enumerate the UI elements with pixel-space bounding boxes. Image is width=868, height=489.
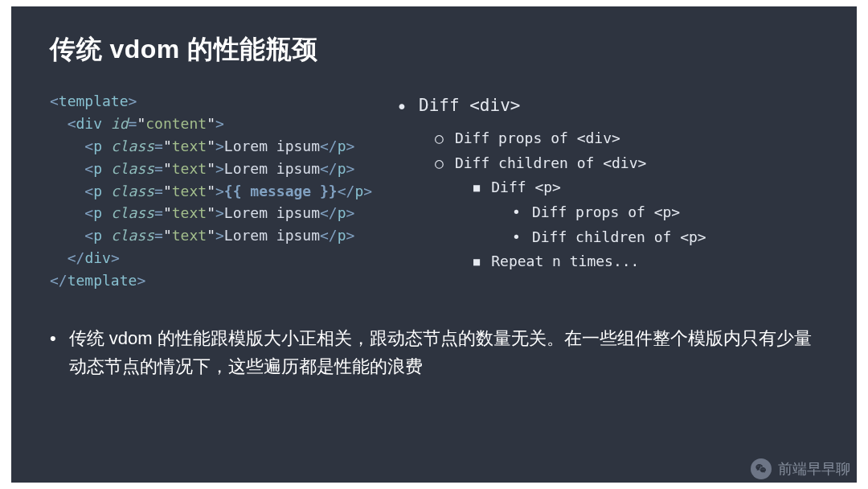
diff-item: Diff <div> <box>396 92 818 123</box>
bullet-dot-icon <box>396 92 407 123</box>
diff-item: Diff props of <p> <box>396 200 818 225</box>
summary-text: 传统 vdom 的性能跟模版大小正相关，跟动态节点的数量无关。在一些组件整个模版… <box>69 324 818 380</box>
slide-title: 传统 vdom 的性能瓶颈 <box>50 32 818 68</box>
bullet-dot-icon: • <box>50 324 56 380</box>
summary-bullet: • 传统 vdom 的性能跟模版大小正相关，跟动态节点的数量无关。在一些组件整个… <box>50 324 818 380</box>
bullet-square-icon <box>473 249 480 274</box>
bullet-square-icon <box>473 175 480 200</box>
diff-item: Diff props of <div> <box>396 126 818 151</box>
bullet-dot-icon <box>512 200 521 225</box>
wechat-icon <box>751 458 772 479</box>
diff-list: Diff <div> Diff props of <div> Diff chil… <box>396 90 818 292</box>
bullet-circle-icon <box>435 126 444 151</box>
content-columns: <template> <div id="content"> <p class="… <box>50 90 818 292</box>
diff-item: Diff <p> <box>396 175 818 200</box>
slide: 传统 vdom 的性能瓶颈 <template> <div id="conten… <box>11 6 857 483</box>
diff-item: Diff children of <div> <box>396 151 818 176</box>
diff-item: Diff children of <p> <box>396 225 818 250</box>
bullet-dot-icon <box>512 225 521 250</box>
code-block: <template> <div id="content"> <p class="… <box>50 90 372 292</box>
watermark: 前端早早聊 <box>751 458 850 479</box>
diff-item: Repeat n times... <box>396 249 818 274</box>
watermark-text: 前端早早聊 <box>778 459 850 479</box>
bullet-circle-icon <box>435 151 444 176</box>
